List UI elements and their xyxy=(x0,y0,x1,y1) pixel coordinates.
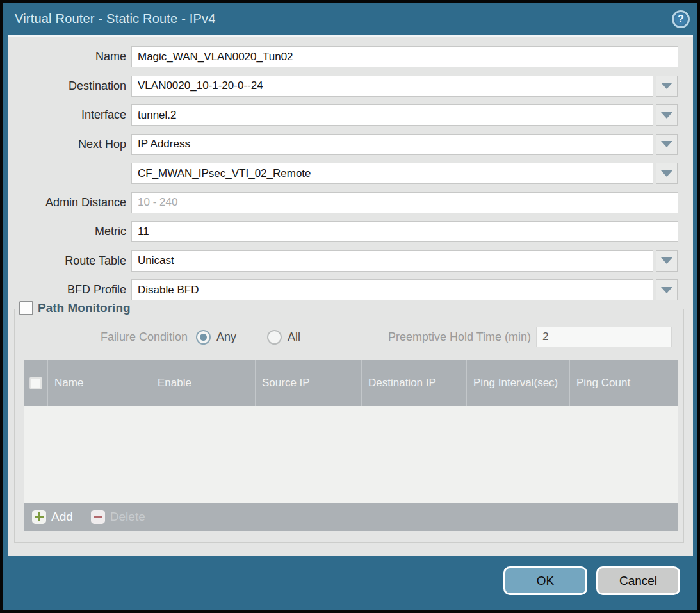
path-monitoring-table: Name Enable Source IP Destination IP Pin… xyxy=(24,360,678,531)
route-table-dropdown-button[interactable] xyxy=(656,250,678,272)
destination-input[interactable] xyxy=(131,76,653,97)
cancel-button[interactable]: Cancel xyxy=(596,566,680,595)
interface-label: Interface xyxy=(8,108,131,122)
destination-dropdown-button[interactable] xyxy=(656,76,678,97)
interface-dropdown-button[interactable] xyxy=(656,104,678,126)
form-row-interface: Interface xyxy=(8,104,693,126)
name-label: Name xyxy=(8,50,131,63)
form-row-bfd-profile: BFD Profile xyxy=(8,279,693,300)
column-header-enable[interactable]: Enable xyxy=(151,360,255,406)
minus-icon xyxy=(91,510,105,524)
table-body-empty xyxy=(24,406,678,503)
preemptive-hold-time-input[interactable] xyxy=(536,327,672,347)
failure-condition-row: Failure Condition Any All Preemptive Hol… xyxy=(15,327,683,348)
destination-label: Destination xyxy=(8,79,131,93)
interface-input[interactable] xyxy=(131,104,653,126)
chevron-down-icon xyxy=(661,257,672,264)
column-header-destination-ip[interactable]: Destination IP xyxy=(361,360,466,406)
path-monitoring-legend: Path Monitoring xyxy=(18,301,136,315)
bfd-profile-dropdown-button[interactable] xyxy=(656,279,678,300)
form-row-metric: Metric xyxy=(8,221,693,242)
next-hop-address-dropdown-button[interactable] xyxy=(656,163,678,184)
column-header-source-ip[interactable]: Source IP xyxy=(255,360,361,406)
delete-button[interactable]: Delete xyxy=(91,510,145,524)
name-input[interactable] xyxy=(131,46,678,67)
metric-label: Metric xyxy=(8,225,131,238)
next-hop-label: Next Hop xyxy=(8,138,131,151)
form-row-destination: Destination xyxy=(8,76,693,97)
next-hop-dropdown-button[interactable] xyxy=(656,134,678,155)
help-icon[interactable]: ? xyxy=(672,10,690,28)
form-row-name: Name xyxy=(8,46,693,67)
chevron-down-icon xyxy=(661,287,672,293)
failure-condition-all-label: All xyxy=(288,331,300,344)
metric-input[interactable] xyxy=(131,221,678,242)
dialog-footer: OK Cancel xyxy=(503,566,680,595)
column-header-ping-count[interactable]: Ping Count xyxy=(569,360,678,406)
next-hop-address-input[interactable] xyxy=(131,163,653,184)
dialog-title: Virtual Router - Static Route - IPv4 xyxy=(15,12,216,26)
select-all-checkbox[interactable] xyxy=(29,377,42,389)
chevron-down-icon xyxy=(661,170,672,177)
next-hop-type-input[interactable] xyxy=(131,134,653,155)
title-bar: Virtual Router - Static Route - IPv4 ? xyxy=(3,3,697,35)
failure-condition-any-label: Any xyxy=(216,331,236,344)
column-header-ping-interval[interactable]: Ping Interval(sec) xyxy=(466,360,569,406)
chevron-down-icon xyxy=(661,83,672,89)
chevron-down-icon xyxy=(661,141,672,147)
dialog-window: Virtual Router - Static Route - IPv4 ? N… xyxy=(0,0,700,613)
ok-button[interactable]: OK xyxy=(503,566,587,595)
chevron-down-icon xyxy=(661,112,672,119)
path-monitoring-section: Path Monitoring Failure Condition Any Al… xyxy=(14,309,684,543)
path-monitoring-checkbox[interactable] xyxy=(19,301,33,315)
admin-distance-label: Admin Distance xyxy=(8,196,131,209)
failure-condition-any-radio[interactable] xyxy=(196,330,211,345)
preemptive-hold-time-label: Preemptive Hold Time (min) xyxy=(300,331,536,344)
route-table-input[interactable] xyxy=(131,250,653,272)
bfd-profile-label: BFD Profile xyxy=(8,283,131,297)
form-row-next-hop: Next Hop xyxy=(8,134,693,155)
plus-icon xyxy=(32,510,46,524)
select-all-header-cell xyxy=(24,360,47,406)
table-footer-bar: Add Delete xyxy=(24,503,678,531)
table-header-row: Name Enable Source IP Destination IP Pin… xyxy=(24,360,678,406)
add-button-label: Add xyxy=(51,510,73,524)
form-row-next-hop-address xyxy=(8,163,693,184)
add-button[interactable]: Add xyxy=(32,510,73,524)
delete-button-label: Delete xyxy=(110,510,145,524)
failure-condition-label: Failure Condition xyxy=(15,331,196,344)
path-monitoring-title: Path Monitoring xyxy=(38,301,131,315)
failure-condition-all-radio[interactable] xyxy=(267,330,282,345)
column-header-name[interactable]: Name xyxy=(47,360,151,406)
radio-dot xyxy=(200,334,207,341)
form-row-route-table: Route Table xyxy=(8,250,693,272)
route-table-label: Route Table xyxy=(8,254,131,268)
bfd-profile-input[interactable] xyxy=(131,279,653,300)
form-row-admin-distance: Admin Distance xyxy=(8,192,693,213)
admin-distance-input[interactable] xyxy=(131,192,678,213)
dialog-content: Name Destination Interface Next Hop Admi… xyxy=(8,35,693,556)
